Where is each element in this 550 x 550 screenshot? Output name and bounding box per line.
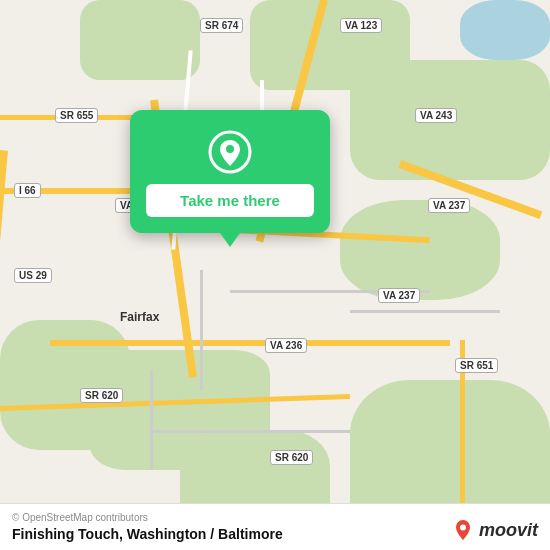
map-container: SR 674 VA 123 SR 655 VA 243 I 66 VA 1 VA… xyxy=(0,0,550,550)
label-us29: US 29 xyxy=(14,268,52,283)
minor-road-5 xyxy=(350,310,500,313)
minor-road-7 xyxy=(150,430,350,433)
label-va237a: VA 237 xyxy=(428,198,470,213)
svg-point-2 xyxy=(460,525,466,531)
green-area xyxy=(340,200,500,300)
popup-card: Take me there xyxy=(130,110,330,233)
label-sr620b: SR 620 xyxy=(270,450,313,465)
moovit-pin-icon xyxy=(451,518,475,542)
label-sr674: SR 674 xyxy=(200,18,243,33)
location-name: Finishing Touch xyxy=(12,526,119,542)
svg-point-1 xyxy=(226,145,234,153)
moovit-text: moovit xyxy=(479,520,538,541)
label-sr620a: SR 620 xyxy=(80,388,123,403)
city-label-fairfax: Fairfax xyxy=(120,310,159,324)
location-subtitle: Washington / Baltimore xyxy=(127,526,283,542)
label-va123: VA 123 xyxy=(340,18,382,33)
green-area xyxy=(80,0,200,80)
label-va237b: VA 237 xyxy=(378,288,420,303)
va236-road xyxy=(50,340,450,346)
label-sr651: SR 651 xyxy=(455,358,498,373)
take-me-there-button[interactable]: Take me there xyxy=(146,184,314,217)
label-i66: I 66 xyxy=(14,183,41,198)
label-va236: VA 236 xyxy=(265,338,307,353)
minor-road-3 xyxy=(200,270,203,390)
label-va243: VA 243 xyxy=(415,108,457,123)
water-area xyxy=(460,0,550,60)
moovit-logo: moovit xyxy=(451,518,538,542)
label-sr655: SR 655 xyxy=(55,108,98,123)
bottom-bar: © OpenStreetMap contributors Finishing T… xyxy=(0,503,550,550)
minor-road-6 xyxy=(150,370,153,470)
location-pin-icon xyxy=(208,130,252,174)
